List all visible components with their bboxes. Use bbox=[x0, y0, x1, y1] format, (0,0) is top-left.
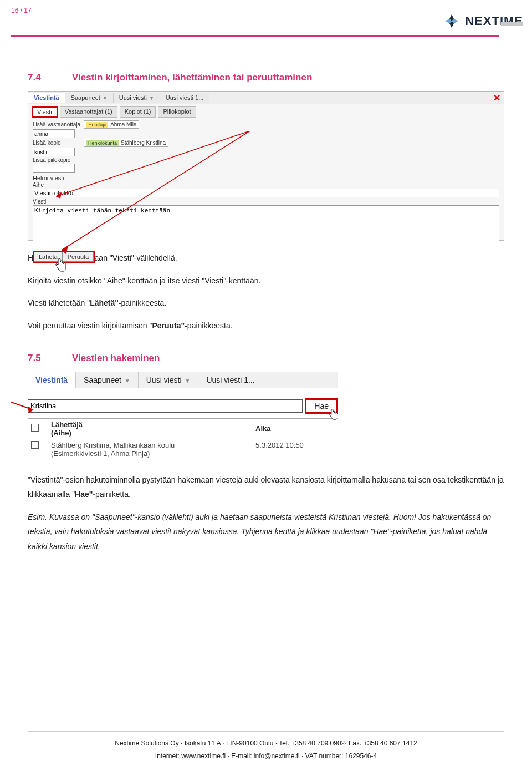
para-s2-2: Esim. Kuvassa on "Saapuneet"-kansio (väl… bbox=[28, 510, 504, 554]
row-sender: Ståhlberg Kristiina, Mallikankaan koulu bbox=[51, 441, 175, 449]
label-helmi-viesti: Helmi-viesti bbox=[33, 175, 80, 181]
header-grey-bar bbox=[501, 22, 523, 26]
tab2-uusi1[interactable]: Uusi viesti 1... bbox=[198, 372, 263, 388]
para-s2-1: "Viestintä"-osion hakutoiminnolla pystyt… bbox=[28, 473, 504, 502]
span-text: Viesti lähetetään " bbox=[28, 298, 90, 307]
tab-saapuneet[interactable]: Saapuneet▼ bbox=[65, 93, 114, 103]
subject-input[interactable] bbox=[33, 189, 499, 197]
header-rule bbox=[11, 35, 499, 37]
tab2-uusi[interactable]: Uusi viesti▼ bbox=[139, 372, 199, 388]
add-copy-input[interactable] bbox=[33, 148, 75, 156]
page-number: 16 / 17 bbox=[11, 7, 32, 14]
row-subject: (Esimerkkiviesti 1, Ahma Pinja) bbox=[51, 449, 150, 458]
badge-type: Huoltaja bbox=[86, 122, 108, 128]
subtab-viesti[interactable]: Viesti bbox=[32, 106, 58, 118]
para-s1-2: Kirjoita viestin otsikko "Aihe"-kenttään… bbox=[28, 273, 504, 288]
logo-icon bbox=[443, 12, 461, 30]
tab-uusi-viesti[interactable]: Uusi viesti▼ bbox=[114, 93, 160, 103]
col-sender: Lähettäjä(Aihe) bbox=[48, 418, 252, 439]
subtab-piilokopiot[interactable]: Piilokopiot bbox=[158, 106, 196, 118]
tab2-label: Uusi viesti bbox=[146, 376, 182, 384]
label-add-recipient: Lisää vastaanottaja bbox=[33, 121, 80, 128]
subtab-kopiot[interactable]: Kopiot (1) bbox=[120, 106, 156, 118]
copy-badge-henkilokunta[interactable]: HenkilökuntaStåhlberg Kristiina bbox=[84, 139, 168, 147]
span-bold: Peruuta"- bbox=[152, 321, 187, 330]
tab2-label: Saapuneet bbox=[84, 376, 121, 384]
cursor-hand-icon bbox=[55, 258, 67, 273]
search-button[interactable]: Hae bbox=[305, 398, 338, 414]
chevron-down-icon: ▼ bbox=[125, 378, 130, 384]
footer: Nextime Solutions Oy · Isokatu 11 A · FI… bbox=[28, 731, 504, 763]
tab-viestinta[interactable]: Viestintä bbox=[28, 93, 65, 103]
badge-name: Ahma Miia bbox=[110, 121, 136, 128]
results-table: Lähettäjä(Aihe) Aika Ståhlberg Kristiina… bbox=[28, 418, 338, 459]
col-time: Aika bbox=[252, 418, 338, 439]
para-s1-4: Voit peruuttaa viestin kirjoittamisen "P… bbox=[28, 318, 504, 333]
span-bold: Hae"- bbox=[75, 490, 95, 499]
search-input[interactable] bbox=[28, 399, 303, 413]
span-text: painiketta. bbox=[95, 490, 131, 499]
chevron-down-icon: ▼ bbox=[103, 95, 108, 101]
cancel-button[interactable]: Peruuta bbox=[63, 252, 94, 262]
brand-logo: NEXTIME bbox=[443, 12, 523, 30]
badge-type: Henkilökunta bbox=[86, 140, 119, 146]
span-bold: Lähetä"- bbox=[90, 298, 121, 307]
heading-title: Viestien hakeminen bbox=[72, 353, 160, 364]
message-textarea[interactable]: Kirjoita viesti tähän teksti-kenttään bbox=[33, 205, 499, 244]
search-button-label: Hae bbox=[314, 402, 329, 410]
span-text: painikkeesta. bbox=[187, 321, 233, 330]
span-text: Voit peruuttaa viestin kirjoittamisen " bbox=[28, 321, 152, 330]
tab-uusi-viesti-1[interactable]: Uusi viesti 1... bbox=[160, 93, 209, 103]
row-checkbox[interactable] bbox=[31, 441, 39, 449]
heading-7-4: 7.4 Viestin kirjoittaminen, lähettäminen… bbox=[28, 72, 504, 83]
tab-uusi-label: Uusi viesti bbox=[119, 94, 147, 101]
arrow-annotation-search bbox=[11, 402, 39, 415]
table-row[interactable]: Ståhlberg Kristiina, Mallikankaan koulu(… bbox=[28, 439, 338, 459]
tab2-viestinta[interactable]: Viestintä bbox=[28, 372, 76, 388]
tab-saapuneet-label: Saapuneet bbox=[71, 94, 100, 101]
screenshot-compose: Viestintä Saapuneet▼ Uusi viesti▼ Uusi v… bbox=[28, 91, 504, 241]
svg-marker-9 bbox=[28, 406, 33, 413]
heading-num: 7.5 bbox=[28, 353, 55, 364]
heading-title: Viestin kirjoittaminen, lähettäminen tai… bbox=[72, 72, 312, 83]
tab2-saapuneet[interactable]: Saapuneet▼ bbox=[76, 372, 139, 388]
close-icon[interactable]: ✕ bbox=[493, 93, 500, 103]
label-add-copy: Lisää kopio bbox=[33, 140, 80, 146]
recipient-badge-huoltaja[interactable]: HuoltajaAhma Miia bbox=[84, 120, 139, 129]
para-s1-3: Viesti lähetetään "Lähetä"-painikkeesta. bbox=[28, 296, 504, 311]
add-recipient-input[interactable] bbox=[33, 129, 75, 138]
span-text: painikkeesta. bbox=[121, 298, 167, 307]
footer-rule bbox=[28, 731, 504, 732]
chevron-down-icon: ▼ bbox=[149, 95, 154, 101]
brand-name: NEXTIME bbox=[465, 14, 523, 28]
th-label: (Aihe) bbox=[51, 429, 71, 437]
select-all-checkbox[interactable] bbox=[31, 424, 39, 432]
badge-name: Ståhlberg Kristiina bbox=[121, 140, 166, 146]
th-label: Lähettäjä bbox=[51, 420, 83, 429]
cursor-hand-icon bbox=[329, 409, 339, 421]
add-bcc-input[interactable] bbox=[33, 164, 75, 173]
heading-7-5: 7.5 Viestien hakeminen bbox=[28, 353, 504, 364]
heading-num: 7.4 bbox=[28, 72, 55, 83]
screenshot-search: Viestintä Saapuneet▼ Uusi viesti▼ Uusi v… bbox=[28, 372, 338, 459]
label-add-bcc: Lisää piilokopio bbox=[33, 157, 80, 163]
subtab-vastaanottajat[interactable]: Vastaanottajat (1) bbox=[60, 106, 117, 118]
footer-line-1: Nextime Solutions Oy · Isokatu 11 A · FI… bbox=[28, 737, 504, 750]
footer-line-2: Internet: www.nextime.fi · E-mail: info@… bbox=[28, 750, 504, 763]
chevron-down-icon: ▼ bbox=[185, 378, 191, 384]
row-time: 5.3.2012 10:50 bbox=[252, 439, 338, 459]
span-italic: Esim. Kuvassa on "Saapuneet"-kansio (väl… bbox=[28, 513, 491, 551]
label-viesti-body: Viesti bbox=[33, 199, 80, 205]
label-aihe: Aihe bbox=[33, 182, 80, 188]
